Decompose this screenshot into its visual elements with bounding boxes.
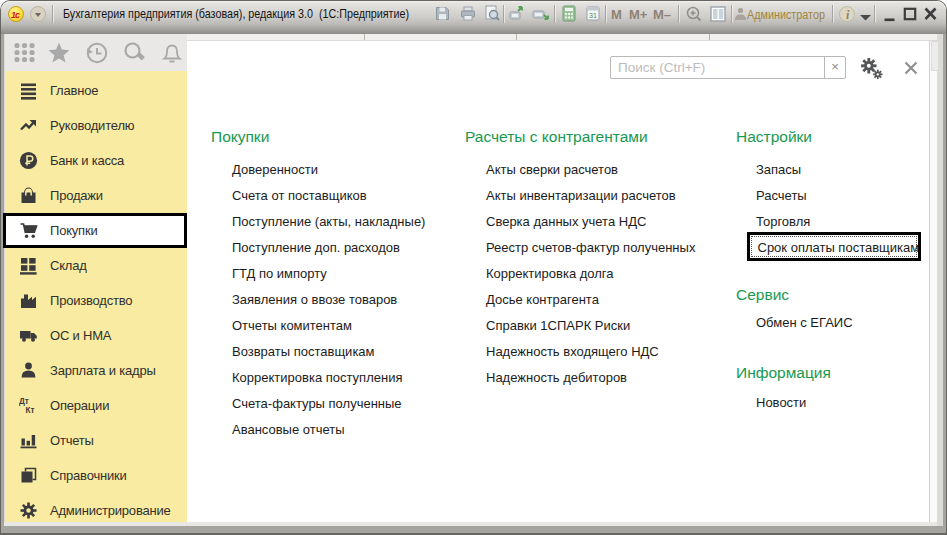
svg-text:Кт: Кт <box>26 406 35 415</box>
svg-text:Дт: Дт <box>19 397 29 406</box>
svg-text:31: 31 <box>589 12 597 19</box>
